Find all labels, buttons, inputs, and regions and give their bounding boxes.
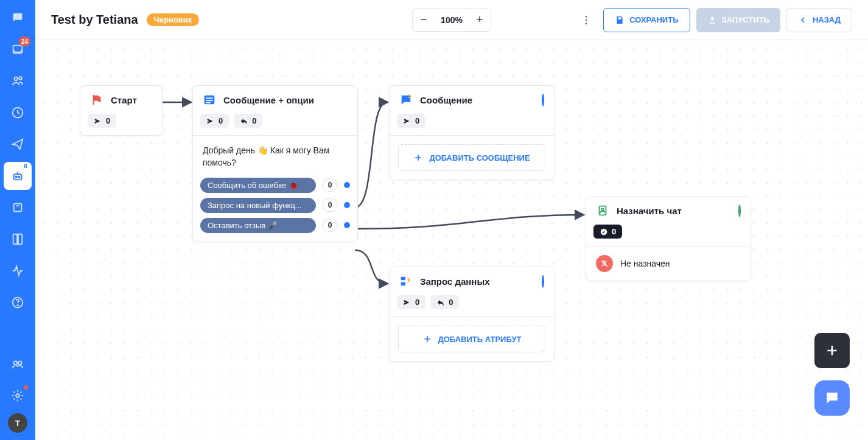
svg-rect-20 xyxy=(401,282,405,286)
output-port[interactable] xyxy=(344,202,350,208)
flow-canvas[interactable]: Старт 0 Сообщение + опции 0 0 Доб xyxy=(35,40,868,440)
sidebar-knowledge[interactable] xyxy=(4,225,32,253)
arrow-right-icon xyxy=(403,117,411,125)
option-row[interactable]: Сообщить об ошибке 🐞 0 xyxy=(200,178,350,193)
flag-icon xyxy=(90,93,103,107)
svg-point-1 xyxy=(19,77,22,80)
option-row[interactable]: Оставить отзыв 🎤 0 xyxy=(200,218,350,233)
option-row[interactable]: Запрос на новый функц... 0 xyxy=(200,198,350,213)
chat-widget-button[interactable] xyxy=(814,380,850,416)
check-circle-icon xyxy=(600,228,608,236)
svg-point-8 xyxy=(17,305,18,306)
svg-rect-18 xyxy=(206,102,211,103)
sidebar-help[interactable] xyxy=(4,288,32,316)
inbox-badge: 24 xyxy=(19,37,30,46)
node-data-request[interactable]: Запрос данных 0 0 ДОБАВИТЬ АТРИБУТ xyxy=(389,267,555,361)
more-menu[interactable] xyxy=(575,9,597,31)
svg-rect-19 xyxy=(401,277,405,281)
sidebar-activity[interactable] xyxy=(4,257,32,285)
add-attribute-button[interactable]: ДОБАВИТЬ АТРИБУТ xyxy=(398,326,545,352)
sent-count: 0 xyxy=(397,295,425,309)
svg-point-11 xyxy=(16,394,19,397)
arrow-right-icon xyxy=(94,117,102,125)
top-bar: Test by Tetiana Черновик − 100% + СОХРАН… xyxy=(35,0,868,40)
chevron-left-icon xyxy=(798,15,808,25)
page-title: Test by Tetiana xyxy=(51,13,138,27)
svg-point-0 xyxy=(15,77,18,80)
option-chip[interactable]: Оставить отзыв 🎤 xyxy=(200,218,316,233)
replies-count: 0 xyxy=(234,114,262,128)
option-count: 0 xyxy=(322,218,338,232)
svg-point-4 xyxy=(16,176,17,178)
add-node-button[interactable] xyxy=(814,333,850,368)
main-sidebar: 24 ß T xyxy=(0,0,35,440)
list-icon xyxy=(203,93,216,107)
svg-rect-16 xyxy=(206,97,213,99)
zoom-in-button[interactable]: + xyxy=(469,9,491,31)
chat-icon xyxy=(824,390,840,406)
zoom-out-button[interactable]: − xyxy=(413,9,435,31)
reply-icon xyxy=(436,298,445,307)
dots-vertical-icon xyxy=(580,14,592,26)
svg-point-13 xyxy=(586,19,587,21)
output-port[interactable] xyxy=(344,222,350,228)
zoom-control: − 100% + xyxy=(412,9,491,32)
plus-icon xyxy=(824,343,840,358)
add-message-button[interactable]: ДОБАВИТЬ СООБЩЕНИЕ xyxy=(398,144,545,171)
assign-status-row: Не назначен xyxy=(586,246,751,281)
option-chip[interactable]: Сообщить об ошибке 🐞 xyxy=(200,178,316,193)
draft-badge: Черновик xyxy=(147,13,200,26)
upload-icon xyxy=(707,15,717,25)
output-port[interactable] xyxy=(542,275,544,288)
option-chip[interactable]: Запрос на новый функц... xyxy=(200,198,316,213)
replies-count: 0 xyxy=(430,295,459,309)
svg-point-9 xyxy=(14,361,17,365)
assign-icon xyxy=(596,204,609,217)
sidebar-team[interactable] xyxy=(4,350,32,378)
node-start[interactable]: Старт 0 xyxy=(80,85,163,136)
sidebar-app-icon[interactable] xyxy=(4,4,32,32)
arrow-right-icon xyxy=(403,298,411,307)
assign-count: 0 xyxy=(593,225,622,239)
svg-rect-6 xyxy=(14,204,22,212)
reply-icon xyxy=(240,117,248,125)
template-icon xyxy=(11,201,24,214)
svg-point-10 xyxy=(18,361,21,365)
form-icon xyxy=(399,274,413,288)
svg-point-22 xyxy=(601,208,604,211)
node-assign-chat[interactable]: Назначить чат 0 Не назначен xyxy=(586,196,751,281)
sidebar-bots[interactable]: ß xyxy=(4,162,32,190)
sent-count: 0 xyxy=(397,114,425,128)
activity-icon xyxy=(11,264,24,278)
bot-icon xyxy=(11,169,24,183)
svg-rect-17 xyxy=(206,100,213,101)
clock-icon xyxy=(11,106,24,119)
profile-avatar[interactable]: T xyxy=(8,413,27,433)
sidebar-inbox[interactable]: 24 xyxy=(4,35,32,63)
users-icon xyxy=(11,74,24,88)
chat-bubble-icon xyxy=(399,93,413,107)
output-port[interactable] xyxy=(344,182,350,188)
node-message[interactable]: Сообщение 0 ДОБАВИТЬ СООБЩЕНИЕ xyxy=(389,85,555,180)
sidebar-history[interactable] xyxy=(4,99,32,127)
sidebar-templates[interactable] xyxy=(4,194,32,222)
beta-badge: ß xyxy=(23,163,30,169)
arrow-right-icon xyxy=(206,117,215,125)
output-port[interactable] xyxy=(738,204,741,217)
send-icon xyxy=(11,138,24,151)
plus-icon xyxy=(422,334,432,344)
sidebar-campaigns[interactable] xyxy=(4,130,32,158)
chat-icon xyxy=(11,11,24,24)
message-body: Добрый день 👋 Как я могу Вам помочь? xyxy=(193,136,357,178)
back-button[interactable]: НАЗАД xyxy=(786,8,852,32)
option-count: 0 xyxy=(322,198,338,212)
sidebar-settings[interactable] xyxy=(4,382,32,410)
node-message-options[interactable]: Сообщение + опции 0 0 Добрый день 👋 Как … xyxy=(192,85,358,242)
svg-rect-3 xyxy=(14,174,22,180)
sidebar-contacts[interactable] xyxy=(4,67,32,95)
save-button[interactable]: СОХРАНИТЬ xyxy=(603,8,690,32)
plus-icon xyxy=(413,153,423,162)
svg-point-23 xyxy=(601,228,607,235)
output-port[interactable] xyxy=(542,94,544,107)
svg-point-14 xyxy=(586,23,587,24)
